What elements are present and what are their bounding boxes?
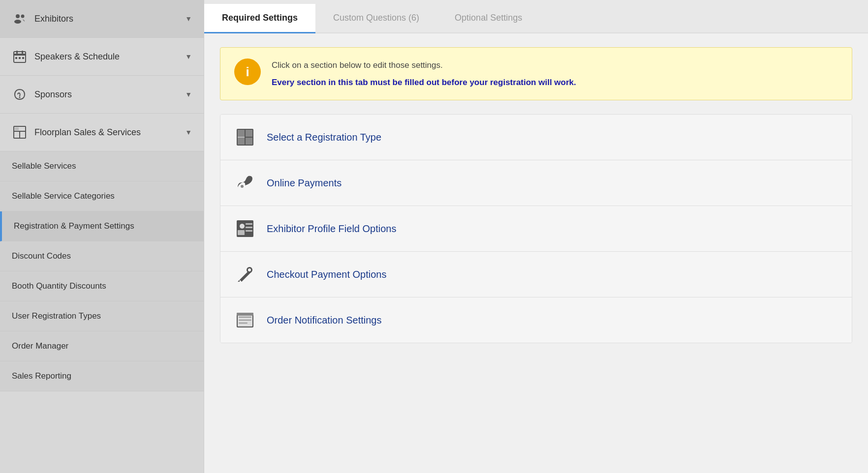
svg-rect-32 (239, 320, 251, 321)
sidebar-item-user-reg-types-label: User Registration Types (12, 311, 101, 321)
sidebar-item-sellable-services[interactable]: Sellable Services (0, 151, 204, 181)
svg-rect-33 (239, 323, 248, 324)
checkout-payment-icon (234, 264, 256, 285)
svg-rect-34 (237, 313, 253, 316)
sidebar-item-user-reg-types[interactable]: User Registration Types (0, 301, 204, 331)
sidebar-item-booth-quantity-label: Booth Quantity Discounts (12, 281, 106, 291)
svg-point-10 (19, 97, 21, 98)
sidebar-item-order-manager[interactable]: Order Manager (0, 331, 204, 361)
settings-row-registration-type[interactable]: Select a Registration Type (220, 115, 852, 160)
sidebar-item-sellable-categories-label: Sellable Service Categories (12, 191, 115, 201)
settings-row-order-notification-label: Order Notification Settings (267, 315, 381, 326)
sidebar-item-booth-quantity[interactable]: Booth Quantity Discounts (0, 271, 204, 301)
sidebar-item-registration-payment[interactable]: Registration & Payment Settings (0, 211, 204, 241)
exhibitors-icon (12, 11, 28, 27)
sidebar-item-speakers[interactable]: Speakers & Schedule ▼ (0, 38, 204, 76)
svg-rect-25 (246, 227, 252, 228)
sidebar-item-speakers-label: Speakers & Schedule (34, 52, 120, 62)
floorplan-icon (12, 124, 28, 140)
svg-rect-7 (15, 57, 17, 59)
settings-row-exhibitor-profile-label: Exhibitor Profile Field Options (267, 223, 396, 235)
sidebar-item-sellable-categories[interactable]: Sellable Service Categories (0, 181, 204, 211)
sidebar-item-discount-codes-label: Discount Codes (12, 251, 71, 261)
info-text: Click on a section below to edit those s… (272, 59, 576, 89)
online-payments-icon (234, 172, 256, 194)
sidebar-item-floorplan[interactable]: Floorplan Sales & Services ▼ (0, 114, 204, 151)
settings-row-order-notification[interactable]: Order Notification Settings (220, 297, 852, 343)
svg-rect-6 (22, 51, 23, 54)
sponsors-icon (12, 87, 28, 102)
svg-rect-17 (246, 130, 252, 137)
svg-rect-14 (15, 127, 19, 130)
tabs-bar: Required Settings Custom Questions (6) O… (204, 0, 868, 33)
settings-row-checkout-payment-label: Checkout Payment Options (267, 269, 386, 280)
info-banner: i Click on a section below to edit those… (220, 47, 852, 100)
settings-list: Select a Registration Type Online Paymen… (220, 114, 852, 343)
main-content: Required Settings Custom Questions (6) O… (204, 0, 868, 473)
svg-rect-31 (239, 317, 251, 318)
sidebar-item-sponsors[interactable]: Sponsors ▼ (0, 76, 204, 114)
sidebar-item-discount-codes[interactable]: Discount Codes (0, 241, 204, 271)
svg-rect-9 (22, 57, 24, 59)
sidebar-item-sponsors-label: Sponsors (34, 89, 72, 100)
sidebar-item-sales-reporting-label: Sales Reporting (12, 371, 71, 381)
settings-row-online-payments[interactable]: Online Payments (220, 160, 852, 206)
svg-point-20 (241, 185, 244, 188)
svg-point-1 (14, 20, 21, 24)
registration-type-icon (234, 126, 256, 148)
order-notification-icon (234, 309, 256, 331)
sidebar-item-sales-reporting[interactable]: Sales Reporting (0, 361, 204, 391)
sidebar-item-exhibitors[interactable]: Exhibitors ▼ (0, 0, 204, 38)
chevron-down-icon: ▼ (185, 15, 192, 23)
chevron-down-icon: ▼ (185, 53, 192, 60)
sidebar-item-floorplan-label: Floorplan Sales & Services (34, 127, 141, 138)
sidebar-item-registration-payment-label: Registration & Payment Settings (14, 221, 134, 231)
settings-row-registration-type-label: Select a Registration Type (267, 132, 381, 143)
svg-point-28 (248, 268, 251, 271)
sidebar-item-sellable-services-label: Sellable Services (12, 161, 76, 171)
info-line1: Click on a section below to edit those s… (272, 60, 443, 70)
calendar-icon (12, 49, 28, 64)
info-icon: i (234, 59, 261, 85)
svg-rect-24 (246, 223, 252, 225)
sidebar-item-order-manager-label: Order Manager (12, 341, 68, 351)
svg-point-2 (21, 15, 25, 18)
svg-point-22 (240, 224, 245, 229)
sidebar: Exhibitors ▼ Speakers & Schedule ▼ (0, 0, 204, 473)
content-area: i Click on a section below to edit those… (204, 33, 868, 357)
svg-point-0 (16, 14, 20, 18)
tab-required-settings[interactable]: Required Settings (204, 4, 315, 33)
sidebar-item-exhibitors-label: Exhibitors (34, 14, 73, 24)
settings-row-checkout-payment[interactable]: Checkout Payment Options (220, 252, 852, 297)
info-line2: Every section in this tab must be filled… (272, 76, 576, 89)
svg-rect-5 (16, 51, 18, 54)
settings-row-online-payments-label: Online Payments (267, 177, 341, 189)
chevron-down-icon: ▼ (185, 90, 192, 98)
chevron-down-icon: ▼ (185, 128, 192, 136)
svg-rect-26 (246, 230, 252, 232)
settings-row-exhibitor-profile[interactable]: Exhibitor Profile Field Options (220, 206, 852, 252)
svg-rect-23 (238, 230, 245, 235)
svg-rect-18 (246, 138, 252, 145)
svg-rect-4 (14, 54, 26, 56)
exhibitor-profile-icon (234, 218, 256, 239)
tab-custom-questions[interactable]: Custom Questions (6) (315, 4, 437, 33)
svg-rect-8 (19, 57, 21, 59)
tab-optional-settings[interactable]: Optional Settings (437, 4, 540, 33)
